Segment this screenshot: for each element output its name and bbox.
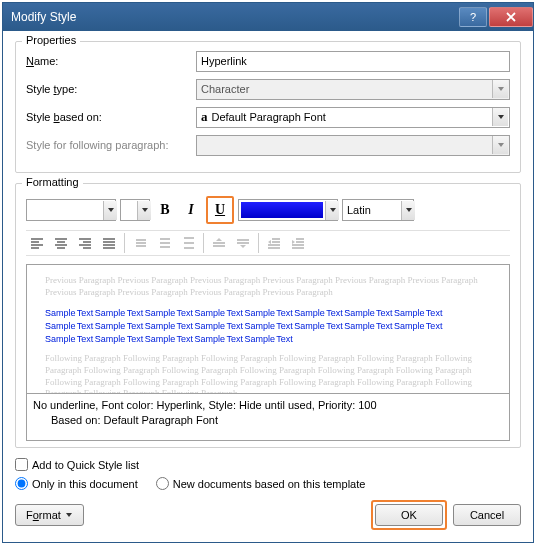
line-spacing-15-button[interactable] [153,233,175,253]
only-document-label: Only in this document [32,478,138,490]
chevron-down-icon [492,80,508,98]
ok-button-highlight: OK [371,500,447,530]
close-button[interactable] [489,7,533,27]
properties-legend: Properties [22,34,80,46]
script-value: Latin [347,204,371,216]
formatting-legend: Formatting [22,176,83,188]
window-title: Modify Style [11,10,457,24]
preview-sample-3: Sample Text Sample Text Sample Text Samp… [45,334,491,344]
style-type-value: Character [201,83,249,95]
following-label: Style for following paragraph: [26,139,196,151]
titlebar: Modify Style ? [3,3,533,31]
align-center-button[interactable] [50,233,72,253]
description-line-2: Based on: Default Paragraph Font [33,413,503,428]
description-line-1: No underline, Font color: Hyperlink, Sty… [33,398,503,413]
bold-button[interactable]: B [154,199,176,221]
svg-text:?: ? [470,12,476,22]
font-color-select[interactable] [238,199,338,221]
style-type-label: Style type: [26,83,196,95]
space-before-inc-button[interactable] [208,233,230,253]
style-description: No underline, Font color: Hyperlink, Sty… [26,393,510,441]
formatting-group: Formatting B I U Latin [15,183,521,448]
ok-button[interactable]: OK [375,504,443,526]
font-glyph-icon: a [201,109,208,125]
new-documents-label: New documents based on this template [173,478,366,490]
based-on-select[interactable]: aDefault Paragraph Font [196,107,510,128]
following-select [196,135,510,156]
align-left-button[interactable] [26,233,48,253]
italic-button[interactable]: I [180,199,202,221]
format-button[interactable]: Format [15,504,84,526]
name-input[interactable] [196,51,510,72]
chevron-down-icon[interactable] [492,108,508,126]
new-documents-radio[interactable] [156,477,169,490]
chevron-down-icon [492,136,508,154]
align-justify-button[interactable] [98,233,120,253]
space-before-dec-button[interactable] [232,233,254,253]
line-spacing-2-button[interactable] [177,233,199,253]
preview-sample-2: Sample Text Sample Text Sample Text Samp… [45,321,491,331]
preview-sample-1: Sample Text Sample Text Sample Text Samp… [45,308,491,318]
line-spacing-1-button[interactable] [129,233,151,253]
only-document-radio[interactable] [15,477,28,490]
based-on-value: Default Paragraph Font [212,111,326,123]
font-family-select[interactable] [26,199,116,221]
help-button[interactable]: ? [459,7,487,27]
indent-dec-button[interactable] [263,233,285,253]
quick-style-label: Add to Quick Style list [32,459,139,471]
script-select[interactable]: Latin [342,199,414,221]
modify-style-dialog: Modify Style ? Properties Name: Style ty… [2,2,534,543]
font-size-select[interactable] [120,199,150,221]
underline-highlight: U [206,196,234,224]
cancel-button[interactable]: Cancel [453,504,521,526]
underline-button[interactable]: U [209,199,231,221]
align-right-button[interactable] [74,233,96,253]
properties-group: Properties Name: Style type: Character S… [15,41,521,173]
preview-following-text: Following Paragraph Following Paragraph … [45,353,491,394]
indent-inc-button[interactable] [287,233,309,253]
quick-style-checkbox[interactable] [15,458,28,471]
style-type-select: Character [196,79,510,100]
preview-area: Previous Paragraph Previous Paragraph Pr… [26,264,510,394]
color-swatch-icon [241,202,323,218]
name-label: Name: [26,55,196,67]
chevron-down-icon [65,509,73,521]
preview-previous-text: Previous Paragraph Previous Paragraph Pr… [45,275,491,298]
based-on-label: Style based on: [26,111,196,123]
